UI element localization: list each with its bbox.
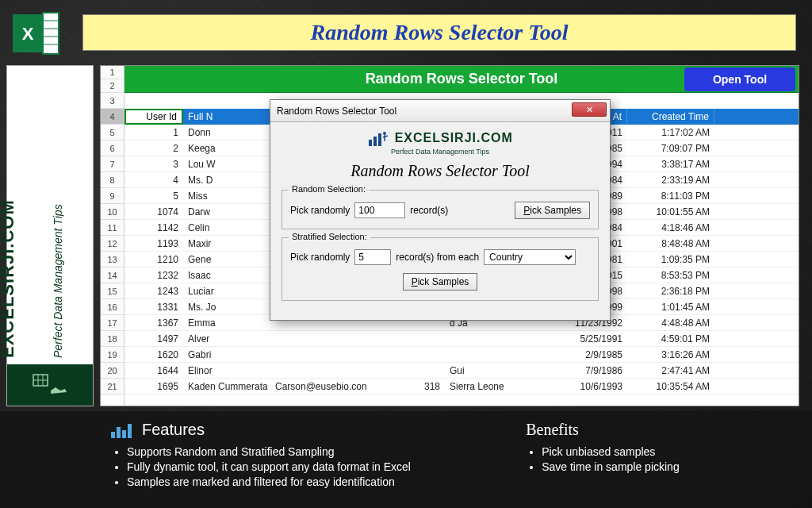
row-header[interactable]: 15 — [101, 283, 124, 299]
cell[interactable]: Darw — [183, 204, 270, 219]
cell[interactable]: 1620 — [124, 347, 183, 362]
row-header[interactable]: 17 — [101, 315, 124, 331]
table-row[interactable]: 1695Kaden CummerataCarson@eusebio.con318… — [124, 379, 799, 394]
row-header[interactable]: 1 — [101, 66, 124, 79]
row-header[interactable]: 3 — [101, 93, 124, 109]
cell[interactable]: Kaden Cummerata — [183, 379, 270, 394]
row-header[interactable]: 6 — [101, 140, 124, 156]
cell[interactable]: 2:33:19 AM — [627, 172, 714, 187]
close-icon[interactable]: ✕ — [572, 102, 607, 117]
cell[interactable]: 1331 — [124, 299, 183, 314]
cell[interactable]: 1142 — [124, 220, 183, 235]
cell[interactable]: 1210 — [124, 252, 183, 267]
cell[interactable]: 2:47:41 AM — [627, 363, 714, 378]
cell[interactable]: Gabri — [183, 347, 270, 362]
cell[interactable]: 1695 — [124, 379, 183, 394]
cell[interactable]: Carson@eusebio.con — [270, 379, 393, 394]
random-pick-button[interactable]: Pick Samples — [515, 202, 590, 219]
row-header[interactable]: 20 — [101, 363, 124, 379]
cell[interactable]: Gene — [183, 252, 270, 267]
cell[interactable]: 1:17:02 AM — [627, 125, 714, 140]
cell[interactable]: 8:11:03 PM — [627, 188, 714, 203]
row-header[interactable]: 2 — [101, 79, 124, 93]
cell[interactable]: 10:01:55 AM — [627, 204, 714, 219]
table-row[interactable]: 1620Gabri2/9/19853:16:26 AM — [124, 347, 799, 363]
open-tool-button[interactable]: Open Tool — [684, 67, 795, 91]
col-header-userid[interactable]: User Id — [124, 109, 183, 125]
cell[interactable]: 1367 — [124, 315, 183, 330]
cell[interactable]: 318 — [393, 379, 445, 394]
cell[interactable]: Keega — [183, 140, 270, 156]
cell[interactable]: 1:09:35 PM — [627, 252, 714, 267]
cell[interactable]: 8:48:48 AM — [627, 236, 714, 251]
row-header[interactable]: 16 — [101, 299, 124, 315]
row-header[interactable]: 13 — [101, 252, 124, 267]
cell[interactable]: 1:01:45 AM — [627, 299, 714, 314]
cell[interactable]: 1074 — [124, 204, 183, 219]
cell[interactable]: 10:35:54 AM — [627, 379, 714, 394]
table-row[interactable]: 1497Alver5/25/19914:59:01 PM — [124, 331, 799, 347]
stratified-column-select[interactable]: Country — [484, 249, 576, 265]
cell[interactable]: Miss — [183, 188, 270, 203]
cell[interactable]: Gui — [445, 363, 540, 378]
cell[interactable]: 8:53:53 PM — [627, 267, 714, 283]
cell[interactable]: 4:59:01 PM — [627, 331, 714, 346]
cell[interactable]: 3:38:17 AM — [627, 156, 714, 171]
cell[interactable]: Luciar — [183, 283, 270, 298]
cell[interactable]: 4 — [124, 172, 183, 187]
table-row[interactable]: 1644ElinorGui7/9/19862:47:41 AM — [124, 363, 799, 379]
row-header[interactable]: 18 — [101, 331, 124, 347]
random-count-input[interactable] — [354, 202, 405, 218]
row-header[interactable]: 19 — [101, 347, 124, 363]
cell[interactable] — [393, 331, 445, 346]
cell[interactable]: Ms. Jo — [183, 299, 270, 314]
row-header[interactable]: 4 — [101, 109, 124, 125]
stratified-pick-button[interactable]: Pick Samples — [403, 273, 478, 291]
cell[interactable]: 4:48:48 AM — [627, 315, 714, 330]
cell[interactable] — [270, 331, 393, 346]
cell[interactable]: Emma — [183, 315, 270, 330]
cell[interactable]: 3:16:26 AM — [627, 347, 714, 362]
row-header[interactable]: 12 — [101, 236, 124, 252]
cell[interactable]: Lou W — [183, 156, 270, 171]
cell[interactable]: 5/25/1991 — [540, 331, 627, 346]
cell[interactable] — [270, 363, 393, 378]
cell[interactable]: 5 — [124, 188, 183, 203]
cell[interactable] — [445, 331, 540, 346]
cell[interactable]: 1497 — [124, 331, 183, 346]
row-header[interactable]: 5 — [101, 125, 124, 140]
stratified-count-input[interactable] — [354, 249, 391, 265]
cell[interactable]: 1644 — [124, 363, 183, 378]
row-header[interactable]: 21 — [101, 379, 124, 394]
row-header[interactable]: 9 — [101, 188, 124, 204]
cell[interactable]: 3 — [124, 156, 183, 171]
col-header-created-time[interactable]: Created Time — [627, 109, 714, 125]
row-header[interactable]: 7 — [101, 156, 124, 172]
cell[interactable]: Ms. D — [183, 172, 270, 187]
cell[interactable]: 2 — [124, 140, 183, 156]
cell[interactable]: 1243 — [124, 283, 183, 298]
cell[interactable]: Celin — [183, 220, 270, 235]
row-header[interactable]: 10 — [101, 204, 124, 220]
cell[interactable]: 2/9/1985 — [540, 347, 627, 362]
row-header[interactable]: 14 — [101, 267, 124, 283]
cell[interactable]: Maxir — [183, 236, 270, 251]
cell[interactable]: 4:18:46 AM — [627, 220, 714, 235]
col-header-fullname[interactable]: Full N — [183, 109, 270, 125]
cell[interactable]: Elinor — [183, 363, 270, 378]
dialog-titlebar[interactable]: Random Rows Selector Tool ✕ — [270, 100, 610, 122]
cell[interactable]: 1 — [124, 125, 183, 140]
row-header[interactable]: 8 — [101, 172, 124, 188]
cell[interactable] — [393, 347, 445, 362]
cell[interactable]: 1193 — [124, 236, 183, 251]
cell[interactable]: 7/9/1986 — [540, 363, 627, 378]
cell[interactable]: Sierra Leone — [445, 379, 540, 394]
row-header[interactable]: 11 — [101, 220, 124, 236]
cell[interactable]: Alver — [183, 331, 270, 346]
cell[interactable] — [445, 347, 540, 362]
cell[interactable]: 7:09:07 PM — [627, 140, 714, 156]
cell[interactable]: 2:36:18 PM — [627, 283, 714, 298]
cell[interactable]: 1232 — [124, 267, 183, 283]
cell[interactable] — [393, 363, 445, 378]
cell[interactable]: 10/6/1993 — [540, 379, 627, 394]
